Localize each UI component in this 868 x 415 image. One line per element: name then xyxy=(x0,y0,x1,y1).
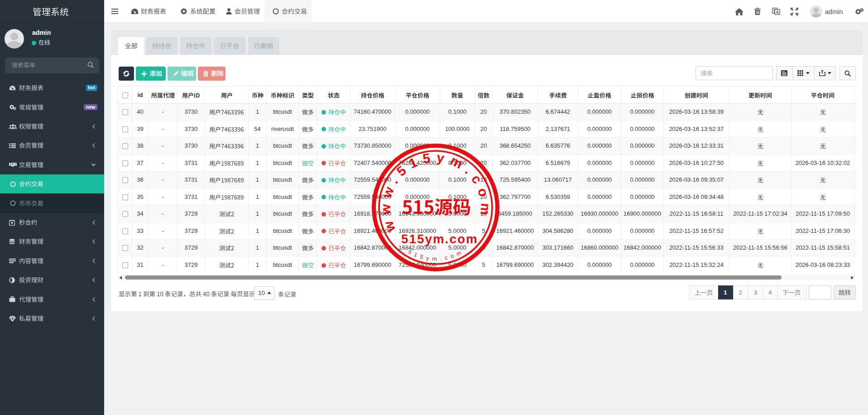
svg-text:515ym.com: 515ym.com xyxy=(401,232,478,246)
